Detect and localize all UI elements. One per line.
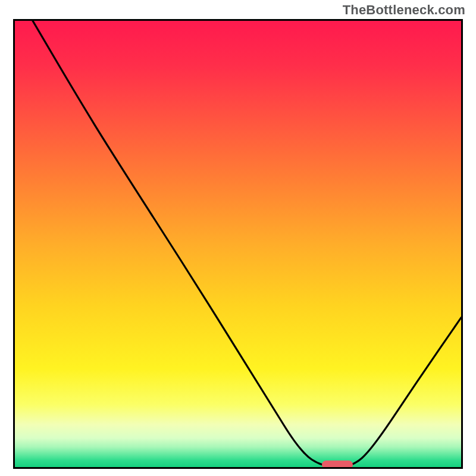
background-gradient: [15, 21, 461, 467]
attribution-text: TheBottleneck.com: [343, 2, 465, 18]
svg-rect-0: [15, 21, 461, 467]
optimal-range-marker: [322, 461, 353, 469]
chart-frame: [13, 19, 463, 469]
